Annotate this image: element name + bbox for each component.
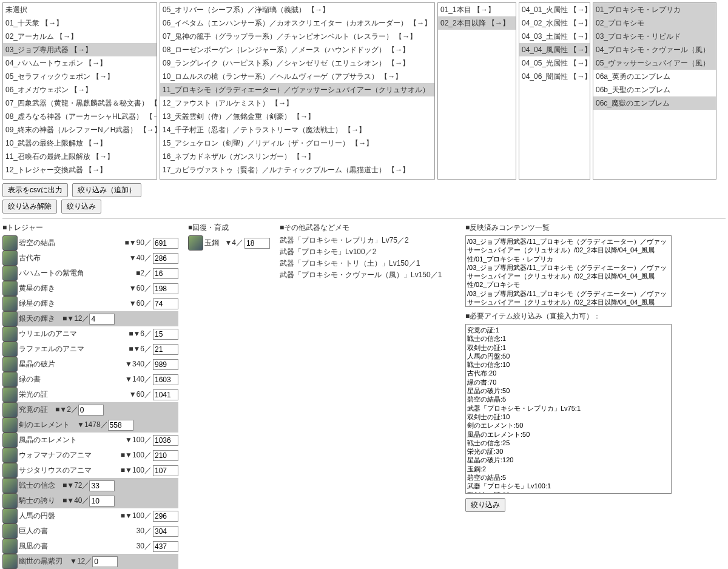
item-input[interactable] [78,405,104,416]
item-input[interactable] [153,238,178,249]
list-item[interactable]: 06_オメガウェポン 【→】 [3,83,157,96]
list-item[interactable]: 05_オリバー（シーフ系）／浄瑠璃（義賊） 【→】 [160,3,434,16]
listbox-item[interactable]: 01_プロキシモ・レプリカ02_プロキシモ03_プロキシモ・リビルド04_プロキ… [593,2,716,180]
filter-clear-button[interactable]: 絞り込み解除 [2,200,57,214]
list-item[interactable]: 12_トレジャー交換武器 【→】 [3,163,157,177]
treasure-row: サジタリウスのアニマ■▼100／ [2,463,178,478]
item-name: 人馬の円盤 [19,511,55,521]
item-input[interactable] [153,511,178,522]
item-input[interactable] [153,374,178,385]
item-input[interactable] [153,465,178,476]
list-item[interactable]: 06_イペタム（エンハンサー系）／カオスクリエイター（カオスルーダー） 【→】 [160,16,434,30]
list-item[interactable]: 15_アシュケロン（剣聖）／リディル（ザ・グローリー） 【→】 [160,136,434,150]
item-input[interactable] [153,298,178,309]
list-item[interactable]: 11_プロキシモ（グラディエーター）／ヴァッサーシュパイアー（クリュサオル） 【… [160,83,434,96]
item-input[interactable] [153,268,178,279]
list-item[interactable]: 11_召喚石の最終上限解放 【→】 [3,150,157,163]
listbox-category[interactable]: 未選択01_十天衆 【→】02_アーカルム 【→】03_ジョブ専用武器 【→】0… [2,2,157,180]
list-item[interactable]: 12_ファウスト（アルケミスト） 【→】 [160,96,434,110]
item-input[interactable] [153,435,178,446]
list-item[interactable]: 02_アーカルム 【→】 [3,30,157,43]
item-input[interactable] [89,496,115,507]
list-item[interactable]: 04_プロキシモ・クヴァール（風） [593,43,716,56]
list-item[interactable]: 18_ミセリコルデ（アサシン） 【→】 [160,177,434,180]
list-item[interactable]: 17_カピラヴァストゥ（賢者）／ルナティックブルーム（黒猫道士） 【→】 [160,163,434,177]
item-icon [2,448,18,463]
item-count: ▼40／ [129,253,152,263]
item-icon [2,251,18,266]
item-input[interactable] [153,329,178,340]
list-item[interactable]: 09_ラングレイク（ハーピスト系）／シャンゼリゼ（エリュシオン） 【→】 [160,56,434,70]
list-item[interactable]: 03_ジョブ専用武器 【→】 [3,43,157,56]
list-item[interactable]: 06b_天聖のエンブレム [593,83,716,96]
recovery-title: ■回復・育成 [188,223,270,233]
button-row-2: 絞り込み解除 絞り込み [2,200,726,214]
list-item[interactable]: 01_十天衆 【→】 [3,16,157,30]
item-input[interactable] [92,556,118,567]
item-input[interactable] [153,283,178,294]
needed-textarea[interactable] [465,324,672,494]
applied-textarea[interactable] [465,235,672,307]
list-item[interactable]: 02_プロキシモ [593,16,716,30]
listbox-subcategory[interactable]: 05_オリバー（シーフ系）／浄瑠璃（義賊） 【→】06_イペタム（エンハンサー系… [160,2,435,180]
list-item[interactable]: 04_02_水属性 【→】 [519,16,590,30]
list-item[interactable]: 02_2本目以降 【→】 [438,16,516,30]
list-item[interactable]: 14_千子村正（忍者）／テトラストリーマ（魔法戦士） 【→】 [160,123,434,136]
list-item[interactable]: 01_プロキシモ・レプリカ [593,3,716,16]
list-item[interactable]: 07_鬼神の籠手（グラップラー系）／チャンピオンベルト（レスラー） 【→】 [160,30,434,43]
list-item[interactable]: 10_武器の最終上限解放 【→】 [3,136,157,150]
list-item[interactable]: 08_ローゼンボーゲン（レンジャー系）／メース（ハウンドドッグ） 【→】 [160,43,434,56]
export-csv-button[interactable]: 表示をcsvに出力 [2,183,68,197]
item-name: 幽世の黒紫刃 ▼12／ [19,556,92,567]
needed-filter-button[interactable]: 絞り込み [465,498,505,512]
treasure-row: 戦士の信念 ■▼72／ [2,478,178,493]
item-icon [2,326,18,342]
list-item[interactable]: 04_バハムートウェポン 【→】 [3,56,157,70]
item-input[interactable] [244,238,270,249]
item-input[interactable] [153,450,178,461]
item-count: ■▼90／ [125,238,152,248]
item-input[interactable] [108,420,133,431]
list-item[interactable]: 未選択 [3,3,157,16]
list-item[interactable]: 05_セラフィックウェポン 【→】 [3,70,157,83]
listbox-copy[interactable]: 01_1本目 【→】02_2本目以降 【→】 [437,2,516,180]
item-input[interactable] [89,480,115,491]
item-input[interactable] [153,526,178,537]
list-item[interactable]: 01_1本目 【→】 [438,3,516,16]
list-item[interactable]: 07_四象武器（黄龍・黒麒麟武器＆秘文書） 【→】 [3,96,157,110]
item-icon [2,463,18,478]
filter-add-button[interactable]: 絞り込み（追加） [72,183,141,197]
memo-line: 武器「プロキシモ・トリ（土）」Lv150／1 [280,258,456,269]
list-item[interactable]: 04_01_火属性 【→】 [519,3,590,16]
treasure-row: ウォフマナフのアニマ■▼100／ [2,448,178,463]
list-item[interactable]: 16_ネブカドネザル（ガンスリンガー） 【→】 [160,150,434,163]
item-input[interactable] [153,389,178,400]
memo-line: 武器「プロキシモ・クヴァール（風）」Lv150／1 [280,270,456,280]
list-item[interactable]: 06c_魔獄のエンブレム [593,96,716,110]
list-item[interactable]: 13_覇極への道（十天極みスキン） 【→】 [3,177,157,180]
item-count: 30／ [136,541,152,551]
filter-button[interactable]: 絞り込み [61,200,101,214]
list-item[interactable]: 04_06_闇属性 【→】 [519,70,590,83]
item-input[interactable] [153,253,178,264]
treasure-row: 人馬の円盤■▼100／ [2,508,178,524]
list-item[interactable]: 05_ヴァッサーシュパイアー（風） [593,56,716,70]
list-item[interactable]: 10_ロムルスの槍（ランサー系）／ヘルムヴィーゲ（アプサラス） 【→】 [160,70,434,83]
listbox-element[interactable]: 04_01_火属性 【→】04_02_水属性 【→】04_03_土属性 【→】0… [519,2,590,180]
item-input[interactable] [89,314,115,325]
list-item[interactable]: 04_04_風属性 【→】 [519,43,590,56]
item-icon [2,266,18,281]
item-input[interactable] [153,359,178,370]
list-item[interactable]: 04_05_光属性 【→】 [519,56,590,70]
treasure-row: 巨人の書30／ [2,524,178,539]
list-item[interactable]: 06a_英勇のエンブレム [593,70,716,83]
item-input[interactable] [153,541,178,552]
list-item[interactable]: 03_プロキシモ・リビルド [593,30,716,43]
memo-column: ■その他武器などメモ 武器「プロキシモ・レプリカ」Lv75／2武器「プロキシモ」… [280,223,456,281]
item-input[interactable] [153,344,178,355]
list-item[interactable]: 13_天叢雲剣（侍）／無銘金重（剣豪） 【→】 [160,110,434,123]
list-item[interactable]: 09_終末の神器（ルシファーN／H武器） 【→】 [3,123,157,136]
list-item[interactable]: 08_虚ろなる神器（アーカーシャHL武器） 【→】 [3,110,157,123]
list-item[interactable]: 04_03_土属性 【→】 [519,30,590,43]
treasure-row: 緑星の輝き▼60／ [2,296,178,311]
